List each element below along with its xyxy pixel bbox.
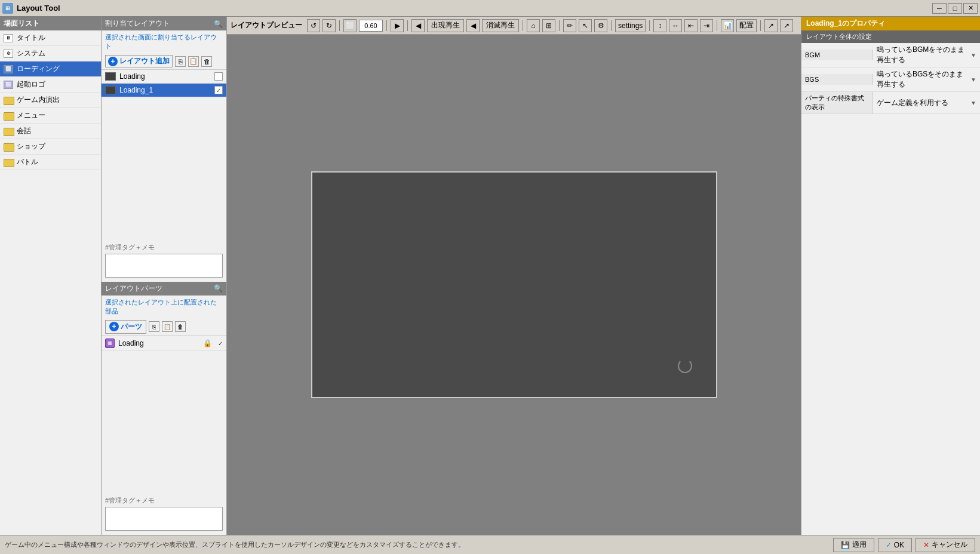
maximize-button[interactable]: □ [948, 3, 962, 14]
part-icon: ▦ [105, 338, 115, 348]
parts-panel: レイアウトパーツ 🔍 選択されたレイアウト上に配置された部品 + パーツ ⎘ 📋… [102, 282, 226, 351]
appear-play-button[interactable]: 出現再生 [427, 19, 464, 32]
sidebar-item-menu[interactable]: メニュー [0, 108, 101, 124]
plus-icon: + [108, 57, 118, 66]
item-icon: ⚙ [4, 50, 13, 58]
app-title: Layout Tool [17, 4, 932, 13]
copy-part-button[interactable]: ⎘ [149, 321, 159, 332]
app-icon: ⊞ [2, 3, 13, 14]
layout-checkbox-loading1[interactable] [214, 86, 223, 94]
parts-memo-input[interactable] [105, 507, 223, 531]
sidebar-item-loading[interactable]: ⬜ ローディング [0, 61, 101, 77]
prop-key-party: パーティの特殊書式の表示 [801, 92, 873, 113]
layout-item-loading1[interactable]: Loading_1 [102, 84, 226, 97]
apply-button[interactable]: 💾 適用 [833, 538, 874, 552]
layout-search-icon[interactable]: 🔍 [214, 20, 223, 28]
copy-layout-button[interactable]: ⎘ [175, 56, 186, 67]
separator [559, 20, 560, 31]
apply-icon: 💾 [841, 541, 850, 549]
delete-layout-button[interactable]: 🗑 [201, 56, 212, 67]
play-button[interactable]: ▶ [391, 19, 404, 32]
dropdown-icon-bgm[interactable]: ▼ [970, 52, 976, 59]
sidebar-item-system[interactable]: ⚙ システム [0, 46, 101, 61]
parts-memo-label: #管理タグ＋メモ [105, 496, 223, 505]
layout-panel: 割り当てレイアウト 🔍 選択された画面に割り当てるレイアウト + レイアウト追加… [102, 17, 227, 535]
titlebar: ⊞ Layout Tool ─ □ ✕ [0, 0, 980, 17]
select-button[interactable]: ↖ [579, 19, 592, 32]
layout-memo-input[interactable] [105, 254, 223, 278]
dropdown-icon-bgs[interactable]: ▼ [970, 76, 976, 83]
preview-label: レイアウトプレビュー [231, 20, 302, 30]
folder-icon [4, 143, 13, 150]
plus-icon: + [109, 322, 119, 331]
item-icon: 🖥 [4, 34, 13, 42]
settings-button[interactable]: ⚙ [594, 19, 607, 32]
dropdown-icon-party[interactable]: ▼ [970, 100, 976, 106]
layout-panel-header: 割り当てレイアウト 🔍 [102, 17, 226, 30]
separator [717, 20, 717, 31]
layout-color-box [105, 86, 116, 94]
pen-button[interactable]: ✏ [563, 19, 576, 32]
arr4-button[interactable]: ⇥ [700, 19, 713, 32]
sidebar-item-conversation[interactable]: 会話 [0, 124, 101, 139]
folder-icon [4, 159, 13, 166]
arr1-button[interactable]: ↕ [653, 19, 666, 32]
folder-icon [4, 97, 13, 104]
close-button[interactable]: ✕ [963, 3, 978, 14]
sidebar-item-startup[interactable]: ⬜ 起動ロゴ [0, 77, 101, 93]
status-text: ゲーム中のメニュー構成や各種ウィンドウのデザインや表示位置、スプライトを使用した… [5, 540, 465, 549]
arr3-button[interactable]: ⇤ [684, 19, 698, 32]
sidebar-item-battle[interactable]: バトル [0, 155, 101, 170]
cancel-button[interactable]: ✕ キャンセル [916, 538, 975, 552]
prop-value-bgm[interactable]: 鳴っているBGMをそのまま再生する ▼ [873, 43, 980, 67]
paste-layout-button[interactable]: 📋 [188, 56, 199, 67]
layout-toolbar: + レイアウト追加 ⎘ 📋 🗑 [102, 53, 226, 70]
status-bar: ゲーム中のメニュー構成や各種ウィンドウのデザインや表示位置、スプライトを使用した… [0, 535, 980, 554]
prop-value-bgs[interactable]: 鳴っているBGSをそのまま再生する ▼ [873, 67, 980, 91]
sidebar-item-title[interactable]: 🖥 タイトル [0, 30, 101, 46]
layout-checkbox-loading[interactable] [214, 72, 223, 81]
layout-place-button[interactable]: 配置 [736, 19, 757, 32]
export1-button[interactable]: ↗ [764, 19, 778, 32]
redo-button[interactable]: ↻ [322, 19, 336, 32]
add-layout-button[interactable]: + レイアウト追加 [105, 55, 173, 67]
rewind2-button[interactable]: ◀ [466, 19, 480, 32]
sidebar-item-ingame[interactable]: ゲーム内演出 [0, 93, 101, 108]
delete-part-button[interactable]: 🗑 [175, 321, 186, 332]
undo-button[interactable]: ↺ [307, 19, 320, 32]
ok-button[interactable]: ✓ OK [878, 538, 912, 552]
adjust-button[interactable]: settings [615, 19, 646, 32]
parts-search-icon[interactable]: 🔍 [214, 284, 223, 293]
arr2-button[interactable]: ↔ [669, 19, 682, 32]
prop-value-party[interactable]: ゲーム定義を利用する ▼ [873, 96, 980, 110]
add-part-button[interactable]: + パーツ [105, 320, 146, 334]
folder-icon [4, 112, 13, 119]
properties-panel: Loading_1のプロパティ レイアウト全体の設定 BGM 鳴っているBGMを… [801, 17, 980, 535]
layout-item-loading[interactable]: Loading [102, 70, 226, 84]
minimize-button[interactable]: ─ [932, 3, 947, 14]
ok-icon: ✓ [886, 541, 892, 549]
sidebar-item-shop[interactable]: ショップ [0, 139, 101, 155]
zoom-input[interactable] [359, 20, 383, 32]
preview-toolbar: レイアウトプレビュー ↺ ↻ ⬜ ▶ ◀ 出現再生 ◀ 消滅再生 ⌂ ⊞ ✏ ↖… [227, 17, 801, 35]
disappear-play-button[interactable]: 消滅再生 [482, 19, 519, 32]
window-controls: ─ □ ✕ [932, 3, 978, 14]
layout-memo-section: #管理タグ＋メモ [102, 241, 226, 282]
grid-button[interactable]: ⊞ [542, 19, 555, 32]
separator [760, 20, 761, 31]
separator [523, 20, 523, 31]
paste-part-button[interactable]: 📋 [162, 321, 173, 332]
part-item-loading[interactable]: ▦ Loading 🔒 [102, 336, 226, 351]
chart-button[interactable]: 📊 [721, 19, 734, 32]
home-button[interactable]: ⌂ [527, 19, 540, 32]
monitor-button[interactable]: ⬜ [343, 19, 357, 32]
part-checkbox[interactable] [218, 339, 223, 347]
preview-area: レイアウトプレビュー ↺ ↻ ⬜ ▶ ◀ 出現再生 ◀ 消滅再生 ⌂ ⊞ ✏ ↖… [227, 17, 801, 535]
separator [339, 20, 340, 31]
parts-instruction: 選択されたレイアウト上に配置された部品 [102, 296, 226, 318]
scene-list-panel: 場面リスト 🖥 タイトル ⚙ システム ⬜ ローディング ⬜ 起動ロゴ ゲーム内… [0, 17, 102, 535]
folder-icon [4, 128, 13, 135]
parts-header: レイアウトパーツ 🔍 [102, 282, 226, 296]
rewind-button[interactable]: ◀ [411, 19, 425, 32]
export2-button[interactable]: ↗ [780, 19, 793, 32]
